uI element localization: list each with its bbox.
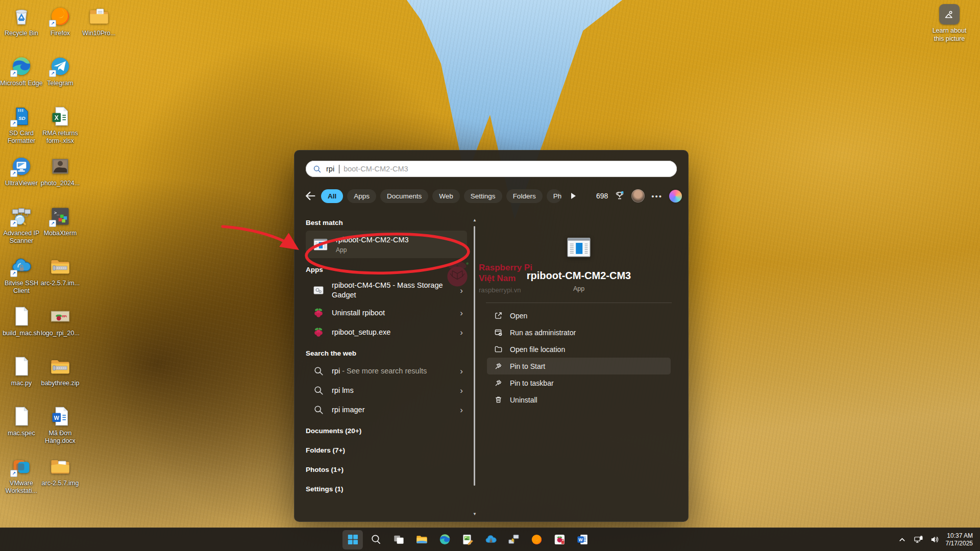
folder-doc-icon [88,5,110,28]
desktop-icon-photo-2024[interactable]: photo_2024... [41,155,80,204]
scrollbar-thumb[interactable] [474,226,475,486]
taskbar-bitvise-ssh-button[interactable] [480,530,501,549]
ultraviewer-icon: ↗ [10,155,33,178]
result-rpiboot-setup-exe[interactable]: rpiboot_setup.exe› [306,322,467,342]
desktop-icon-mobaxterm[interactable]: >_↗MobaXterm [41,205,80,254]
tab-documents[interactable]: Documents [380,189,428,203]
pin-icon [494,362,503,370]
sdcard-icon: SD↗ [10,105,33,128]
detail-app-type: App [479,285,679,292]
desktop-icon-advanced-ip-scanner[interactable]: ↗Advanced IP Scanner [2,205,41,254]
edge-icon [438,533,451,546]
result-rpiboot-cm4-cm5-mass-storage-gadget[interactable]: rpiboot-CM4-CM5 - Mass Storage Gadget› [306,278,467,303]
action-label: Uninstall [510,396,537,404]
network-icon[interactable] [913,534,924,545]
learn-about-this-picture: Learn about this picture [925,4,974,43]
result-rpiboot-cm-cm2-cm3[interactable]: rpiboot-CM-CM2-CM3App [306,231,467,258]
hidden-icons-chevron[interactable] [897,534,908,545]
taskbar-search-button[interactable] [365,530,386,549]
system-tray: 10:37 AM 7/17/2025 [897,532,976,547]
volume-icon[interactable] [929,534,941,545]
action-open-file-location[interactable]: Open file location [487,341,671,358]
taskbar-task-view-button[interactable] [388,530,409,549]
taskbar-start-button[interactable] [342,530,363,549]
action-uninstall[interactable]: Uninstall [487,391,671,408]
desktop-icon-telegram[interactable]: ↗Telegram [41,55,80,104]
desktop-icon-mac-py[interactable]: mac.py [2,355,41,404]
recycle-bin-icon [10,5,33,28]
desktop-icon-vmware-workstati[interactable]: ↗VMware Workstati... [2,455,41,504]
desktop-icon-label: Mã Đơn Hàng.docx [36,430,85,445]
action-pin-to-start[interactable]: Pin to Start [487,358,671,374]
svg-text:SD: SD [18,115,26,121]
result-text: rpiboot-CM4-CM5 - Mass Storage Gadget [332,281,450,300]
tab-all[interactable]: All [321,189,343,203]
desktop-icon-build-mac-sh[interactable]: build_mac.sh [2,305,41,354]
desktop-icon-bitvise-ssh-client[interactable]: ↗Bitvise SSH Client [2,255,41,304]
shortcut-arrow-icon: ↗ [10,220,17,227]
detail-divider [486,303,672,303]
scrollbar-down-arrow[interactable]: ▼ [472,512,478,516]
taskbar-raspberry-pi-imager-button[interactable] [549,530,570,549]
shortcut-arrow-icon: ↗ [10,470,17,477]
action-pin-to-taskbar[interactable]: Pin to taskbar [487,374,671,391]
desktop-icon-recycle-bin[interactable]: Recycle Bin [2,5,41,54]
scrollbar-up-arrow[interactable]: ▲ [472,218,478,222]
result-rpi-imager[interactable]: rpi imager› [306,400,467,419]
app-window-icon [312,236,329,253]
action-label: Run as administrator [510,329,576,337]
learn-about-picture-button[interactable] [939,4,960,24]
desktop-icon-label: MobaXterm [36,230,85,237]
results-scrollbar[interactable]: ▲ ▼ [472,218,478,516]
taskbar-firefox-button[interactable] [526,530,547,549]
chevron-right-icon: › [457,286,463,295]
desktop-icon-arc-2-5-7-img[interactable]: arc-2.5.7.img [41,455,80,504]
tab-apps[interactable]: Apps [347,189,376,203]
open-icon [494,311,503,320]
desktop-icon-logo-rpi-20[interactable]: RPilogo_rpi_20... [41,305,80,354]
firefox-icon [530,533,543,546]
action-open[interactable]: Open [487,307,671,324]
chevron-right-icon: › [457,406,463,414]
firefox-icon: ↗ [49,5,71,28]
desktop-icon-m-n-h-ng-docx[interactable]: WMã Đơn Hàng.docx [41,405,80,454]
result-uninstall-rpiboot[interactable]: Uninstall rpiboot› [306,303,467,322]
search-results-list: Best matchrpiboot-CM-CM2-CM3AppAppsrpibo… [306,216,475,519]
taskbar-edge-button[interactable] [434,530,455,549]
result-rpi-lms[interactable]: rpi lms› [306,381,467,400]
desktop-icon-label: arc-2.5.7.im... [36,280,85,287]
desktop-icon-rma-returns-form-xlsx[interactable]: XRMA returns form-.xlsx [41,105,80,154]
desktop-icon-win10pro[interactable]: Win10Pro... [80,5,118,54]
zipfolder-icon [49,355,71,378]
shortcut-arrow-icon: ↗ [10,170,17,177]
back-button[interactable] [304,189,317,203]
desktop-icon-babythree-zip[interactable]: babythree.zip [41,355,80,404]
desktop-icon-microsoft-edge[interactable]: ↗Microsoft Edge [2,55,41,104]
pin-icon [494,379,503,387]
file-explorer-icon [415,533,428,546]
chevron-right-icon: › [457,309,463,317]
desktop-icon-sd-card-formatter[interactable]: SD↗SD Card Formatter [2,105,41,154]
tab-web[interactable]: Web [432,189,460,203]
desktop-icon-label: Telegram [36,80,85,87]
desktop-icon-firefox[interactable]: ↗Firefox [41,5,80,54]
taskbar: W [0,528,980,551]
action-run-as-administrator[interactable]: Run as administrator [487,324,671,341]
result-title: rpi lms [332,386,354,395]
action-label: Open [510,312,527,320]
result-title: rpiboot_setup.exe [332,328,390,337]
taskbar-word-button[interactable]: W [572,530,593,549]
result-text: rpi imager [332,405,364,415]
desktop-icon-mac-spec[interactable]: mac.spec [2,405,41,454]
file-icon [10,305,33,328]
taskbar-image-editor-button[interactable] [457,530,478,549]
word-icon: W [49,405,71,428]
taskbar-clock[interactable]: 10:37 AM 7/17/2025 [946,532,976,547]
desktop-icon-arc-2-5-7-im[interactable]: arc-2.5.7.im... [41,255,80,304]
vmware-icon: ↗ [10,455,33,478]
taskbar-pc-transfer-button[interactable] [503,530,524,549]
taskbar-file-explorer-button[interactable] [411,530,432,549]
result-rpi[interactable]: rpi - See more search results› [306,361,467,381]
pc-transfer-icon [507,533,520,546]
desktop-icon-ultraviewer[interactable]: ↗UltraViewer [2,155,41,204]
